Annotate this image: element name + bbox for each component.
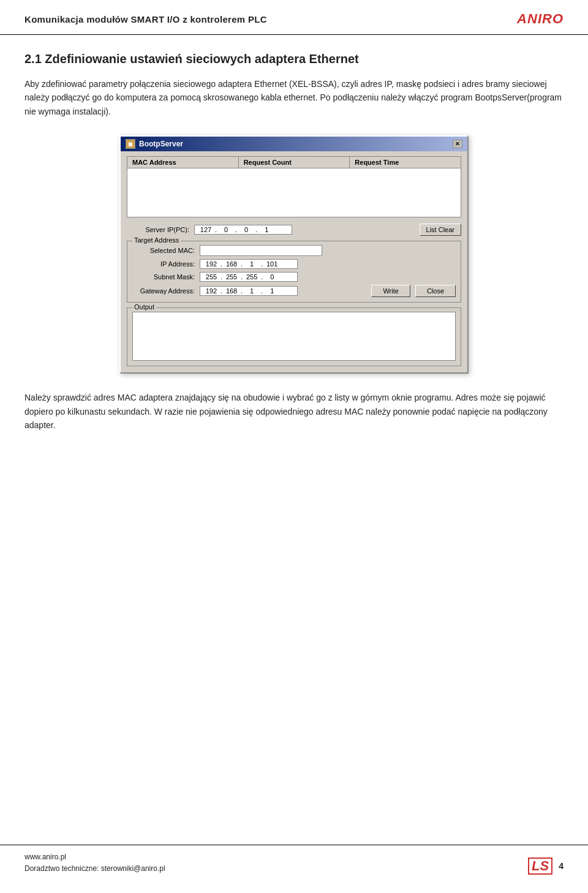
subnet-mask-input[interactable]: 255 . 255 . 255 . 0 [200, 272, 298, 282]
output-group: Output [127, 307, 461, 366]
close-button[interactable]: Close [415, 285, 456, 297]
ip-address-input[interactable]: 192 . 168 . 1 . 101 [200, 259, 298, 269]
subnet-seg2: 255 [223, 273, 240, 281]
output-legend: Output [132, 303, 156, 311]
gateway-label: Gateway Address: [132, 287, 200, 295]
ls-logo: LS [528, 857, 552, 875]
col-mac-address: MAC Address [127, 157, 239, 168]
col-request-time: Request Time [350, 157, 461, 168]
subnet-mask-label: Subnet Mask: [132, 273, 200, 281]
header-title: Komunikacja modułów SMART I/O z kontrole… [24, 14, 267, 24]
ip-seg1: 192 [203, 260, 220, 268]
subnet-seg4: 0 [263, 273, 281, 281]
bootp-server-dialog: ▣ BootpServer ✕ MAC Address Request Coun… [119, 135, 469, 374]
table-body [127, 168, 461, 211]
ip-address-label: IP Address: [132, 260, 200, 268]
server-ip-seg1: 127 [197, 226, 214, 233]
dialog-close-icon[interactable]: ✕ [453, 140, 462, 148]
page-footer: www.aniro.pl Doradztwo techniczne: stero… [0, 845, 588, 881]
subnet-mask-row: Subnet Mask: 255 . 255 . 255 . 0 [132, 272, 456, 282]
selected-mac-row: Selected MAC: [132, 245, 456, 256]
main-content: 2.1 Zdefiniowanie ustawień sieciowych ad… [0, 35, 588, 451]
dialog-wrapper: ▣ BootpServer ✕ MAC Address Request Coun… [24, 135, 564, 374]
dialog-titlebar: ▣ BootpServer ✕ [121, 137, 467, 151]
gateway-row: Gateway Address: 192 . 168 . 1 . 1 W [132, 285, 456, 297]
table-header: MAC Address Request Count Request Time [127, 157, 461, 168]
output-area [132, 312, 456, 361]
dialog-title: BootpServer [139, 140, 183, 148]
server-ip-seg3: 0 [238, 226, 255, 233]
section-title: 2.1 Zdefiniowanie ustawień sieciowych ad… [24, 52, 564, 66]
ip-seg3: 1 [243, 260, 260, 268]
server-ip-seg4: 1 [258, 226, 275, 233]
ip-seg2: 168 [223, 260, 240, 268]
selected-mac-label: Selected MAC: [132, 247, 200, 254]
server-ip-row: Server IP(PC): 127 . 0 . 0 . 1 List Clea… [127, 224, 461, 236]
aniro-logo: ANIRO [517, 11, 564, 27]
col-request-count: Request Count [239, 157, 350, 168]
target-address-group: Target Address Selected MAC: IP Address:… [127, 241, 461, 303]
footer-right: LS 4 [528, 857, 564, 875]
ip-seg4: 101 [263, 260, 281, 268]
dialog-body: MAC Address Request Count Request Time S… [121, 151, 467, 372]
gateway-input[interactable]: 192 . 168 . 1 . 1 [200, 286, 298, 296]
write-button[interactable]: Write [371, 285, 410, 297]
target-address-legend: Target Address [132, 236, 181, 244]
subnet-seg3: 255 [243, 273, 260, 281]
dialog-titlebar-left: ▣ BootpServer [126, 139, 183, 149]
subnet-seg1: 255 [203, 273, 220, 281]
list-clear-button[interactable]: List Clear [420, 224, 461, 236]
gw-seg4: 1 [263, 287, 281, 295]
footer-website: www.aniro.pl [24, 851, 165, 863]
body-paragraph-1: Aby zdefiniować parametry połączenia sie… [24, 77, 564, 118]
footer-contact: Doradztwo techniczne: sterowniki@aniro.p… [24, 863, 165, 875]
mac-table: MAC Address Request Count Request Time [127, 156, 461, 217]
server-ip-label: Server IP(PC): [127, 226, 194, 233]
page-header: Komunikacja modułów SMART I/O z kontrole… [0, 0, 588, 35]
gw-seg3: 1 [243, 287, 260, 295]
body-paragraph-2: Należy sprawdzić adres MAC adaptera znaj… [24, 391, 564, 432]
server-ip-seg2: 0 [217, 226, 235, 233]
ip-address-row: IP Address: 192 . 168 . 1 . 101 [132, 259, 456, 269]
gw-seg1: 192 [203, 287, 220, 295]
page-number: 4 [559, 861, 564, 871]
selected-mac-input[interactable] [200, 245, 322, 256]
ls-logo-text: LS [528, 857, 552, 875]
footer-left: www.aniro.pl Doradztwo techniczne: stero… [24, 851, 165, 875]
dialog-app-icon: ▣ [126, 139, 135, 149]
gw-seg2: 168 [223, 287, 240, 295]
server-ip-input[interactable]: 127 . 0 . 0 . 1 [194, 225, 292, 235]
